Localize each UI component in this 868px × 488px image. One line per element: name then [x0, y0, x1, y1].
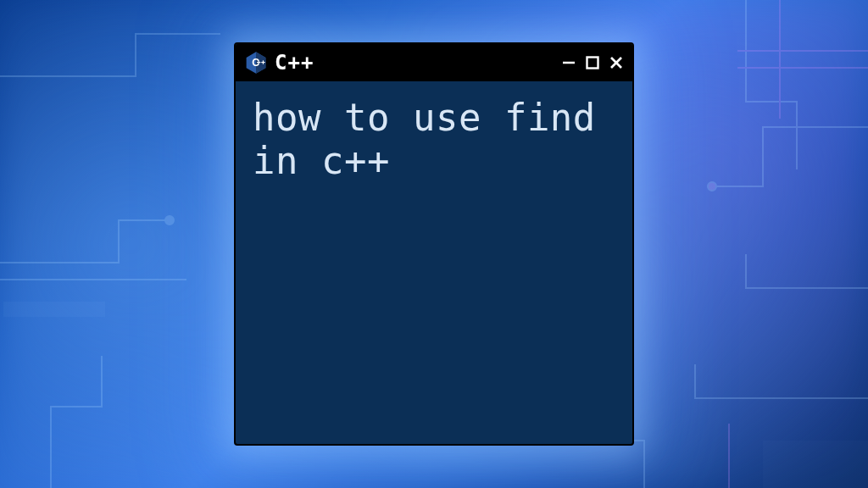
svg-point-1	[708, 182, 716, 191]
maximize-button[interactable]	[583, 53, 602, 72]
window-content: how to use find in c++	[236, 81, 632, 444]
window-controls	[559, 53, 626, 72]
svg-rect-12	[587, 58, 598, 69]
svg-rect-3	[763, 441, 868, 488]
minimize-button[interactable]	[559, 53, 578, 72]
close-button[interactable]	[607, 53, 626, 72]
svg-rect-2	[3, 302, 105, 317]
terminal-window: C C++	[234, 42, 634, 446]
svg-point-0	[165, 216, 174, 225]
svg-rect-10	[261, 62, 264, 63]
cpp-icon: C	[244, 51, 268, 75]
svg-rect-8	[257, 62, 260, 63]
titlebar: C C++	[236, 44, 632, 81]
window-title: C++	[275, 51, 553, 75]
